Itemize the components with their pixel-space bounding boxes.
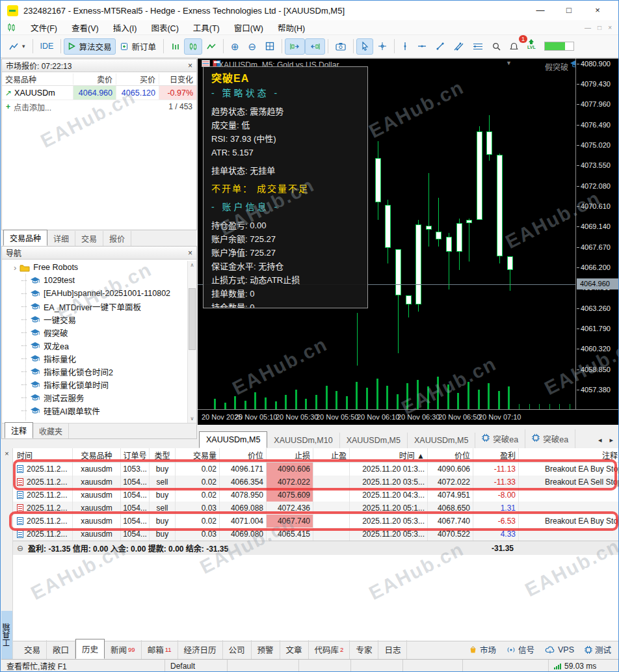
column-symbol[interactable]: 交易品种 (2, 74, 73, 85)
status-profile[interactable]: Default (165, 660, 228, 672)
chart-tab[interactable]: XAUUSDm,M5 (340, 433, 408, 448)
toolbox-tab[interactable]: 邮箱11 (142, 640, 178, 659)
history-column-header[interactable]: 时间 (13, 448, 73, 462)
symbol-row[interactable]: ↗XAUUSDm 4064.960 4065.120 -0.97% (2, 86, 196, 100)
toolbox-tab[interactable]: 文章 (280, 640, 309, 659)
chart-tab[interactable]: 突破ea (475, 429, 525, 448)
chart-plot[interactable]: XAUUSDm, M5: Gold vs US Dollar ▼ 假突破 突破E… (198, 59, 575, 409)
expander-icon[interactable]: › (14, 263, 16, 273)
history-column-header[interactable]: 时间 ▲ (350, 448, 428, 462)
navigator-tab[interactable]: 注释 (5, 422, 33, 438)
mdi-restore-icon[interactable]: □ (598, 24, 601, 31)
menu-item[interactable]: 窗口(W) (234, 21, 263, 34)
history-column-header[interactable]: 价位 (220, 448, 267, 462)
candle-chart-button[interactable] (184, 38, 202, 55)
navigator-ea-item[interactable]: 硅链AI跟单软件 (2, 404, 187, 417)
navigator-ea-item[interactable]: 指标量化锁仓时间2 (2, 365, 187, 378)
toolbox-vertical-tab[interactable]: 工具箱 (1, 611, 12, 659)
ea-running-icon[interactable] (570, 60, 575, 72)
close-button[interactable]: × (583, 1, 612, 20)
close-icon[interactable]: × (188, 249, 192, 258)
toolbox-tab[interactable]: 代码库2 (309, 640, 350, 659)
menu-item[interactable]: 帮助(H) (278, 21, 305, 34)
auto-scroll-button[interactable] (285, 38, 305, 55)
menu-item[interactable]: 文件(F) (31, 21, 57, 34)
chart-tab[interactable]: XAUUSDm,M10 (267, 433, 339, 448)
navigator-folder-free-robots[interactable]: › Free Robots (2, 261, 187, 274)
market-watch-tab[interactable]: 详细 (47, 231, 75, 246)
history-column-header[interactable]: 交易量 (176, 448, 220, 462)
vertical-line-button[interactable] (397, 38, 413, 55)
vps-button[interactable]: VPS (545, 645, 574, 654)
chart-tab[interactable]: XAUUSDm,M5 (408, 433, 475, 448)
scrollbar-thumb[interactable] (189, 288, 196, 350)
chart-tab[interactable]: XAUUSDm,M5 (199, 431, 267, 448)
tab-scroll-left-icon[interactable]: ◂ (598, 436, 602, 444)
navigator-ea-item[interactable]: 指标量化 (2, 352, 187, 365)
column-bid[interactable]: 卖价 (73, 74, 116, 85)
fibonacci-button[interactable] (468, 38, 488, 55)
scroll-up-icon[interactable]: ∧ (188, 261, 196, 269)
time-axis[interactable]: 20 Nov 202520 Nov 05:1020 Nov 05:3020 No… (198, 409, 619, 425)
minimize-button[interactable]: — (526, 1, 555, 20)
navigator-scrollbar[interactable]: ∧ ∨ (187, 261, 196, 423)
close-icon[interactable]: × (188, 61, 192, 70)
crosshair-button[interactable] (373, 38, 391, 55)
signals-button[interactable]: 信号 (507, 643, 534, 656)
navigator-ea-item[interactable]: 1029test (2, 274, 187, 287)
search-button[interactable] (488, 38, 505, 55)
menu-item[interactable]: 图表(C) (151, 21, 178, 34)
table-row[interactable]: 2025.11.2... xauusdm 1053... buy 0.02 40… (13, 463, 619, 476)
chart-type-button[interactable]: ▾ (5, 38, 30, 55)
toolbox-tab[interactable]: 日志 (378, 640, 407, 659)
navigator-ea-item[interactable]: [EAHub]spannel-20251001-110802 (2, 287, 187, 300)
tile-windows-button[interactable] (261, 38, 279, 55)
navigator-ea-item[interactable]: EA_MTDriver一键下单面板 (2, 300, 187, 313)
toolbox-tab[interactable]: 历史 (75, 639, 105, 659)
navigator-ea-item[interactable]: 假突破 (2, 326, 187, 339)
chart-shift-button[interactable] (305, 38, 325, 55)
collapse-icon[interactable]: ⊖ (17, 544, 23, 553)
menu-item[interactable]: 查看(V) (72, 21, 99, 34)
navigator-ea-item[interactable]: 测试云服务 (2, 391, 187, 404)
scroll-down-icon[interactable]: ∨ (188, 414, 196, 423)
menu-item[interactable]: 插入(I) (113, 21, 137, 34)
price-axis[interactable]: 4080.9004079.4304077.9604076.4904075.020… (575, 59, 619, 409)
column-ask[interactable]: 买价 (116, 74, 159, 85)
market-button[interactable]: 市场 (469, 643, 496, 656)
toolbox-tab[interactable]: 经济日历 (178, 640, 223, 659)
mdi-minimize-icon[interactable]: — (585, 24, 591, 31)
trendline-button[interactable] (431, 38, 449, 55)
toolbox-tab[interactable]: 公司 (223, 640, 252, 659)
market-watch-tab[interactable]: 报价 (103, 231, 131, 246)
toolbox-tab[interactable]: 预警 (252, 640, 280, 659)
line-chart-button[interactable] (202, 38, 220, 55)
add-symbol-row[interactable]: + 点击添加... 1 / 453 (2, 100, 196, 113)
table-row[interactable]: 2025.11.2... xauusdm 1054... buy 0.03 40… (13, 528, 619, 541)
history-column-header[interactable]: 盈利 (473, 448, 519, 462)
history-column-header[interactable]: 价位 (428, 448, 473, 462)
algo-trading-button[interactable]: 算法交易 (64, 38, 116, 55)
history-column-header[interactable]: 交易品种 (73, 448, 121, 462)
new-order-button[interactable]: 新订单 (116, 38, 161, 55)
market-watch-tab[interactable]: 交易品种 (3, 230, 47, 246)
test-button[interactable]: 测试 (585, 643, 611, 656)
table-row[interactable]: 2025.11.2... xauusdm 1054... sell 0.03 4… (13, 502, 619, 515)
navigator-ea-item[interactable]: 双龙ea (2, 339, 187, 352)
notifications-button[interactable]: 1 (505, 38, 523, 55)
screenshot-button[interactable] (331, 38, 350, 55)
tab-scroll-right-icon[interactable]: ▸ (609, 436, 613, 444)
toolbox-tab[interactable]: 新闻99 (105, 640, 142, 659)
mdi-close-icon[interactable]: × (608, 24, 612, 31)
table-row[interactable]: 2025.11.2... xauusdm 1054... sell 0.02 4… (13, 476, 619, 489)
navigator-ea-item[interactable]: 一键交易 (2, 313, 187, 326)
connection-status[interactable]: 59.03 ms (549, 660, 619, 672)
column-change[interactable]: 日变化 (159, 74, 196, 85)
cursor-button[interactable] (356, 38, 373, 55)
history-column-header[interactable]: 类型 (150, 448, 176, 462)
history-column-header[interactable]: 止盈 (313, 448, 350, 462)
navigator-tab[interactable]: 收藏夹 (33, 423, 69, 438)
toolbox-close-icon[interactable]: × (1, 450, 12, 457)
chart-tab[interactable]: 突破ea (525, 429, 575, 448)
toolbox-tab[interactable]: 敞口 (47, 640, 75, 659)
